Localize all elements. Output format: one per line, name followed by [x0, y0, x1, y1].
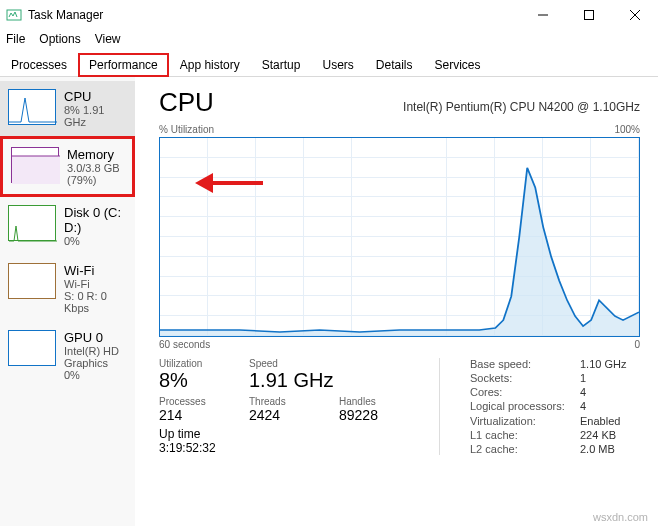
tabs-row: Processes Performance App history Startu…: [0, 52, 658, 77]
stat-thread-value: 2424: [249, 407, 319, 423]
tab-services[interactable]: Services: [424, 53, 492, 77]
main-panel: CPU Intel(R) Pentium(R) CPU N4200 @ 1.10…: [135, 77, 658, 526]
svg-marker-8: [195, 173, 213, 193]
sidebar-wifi-sub2: S: 0 R: 0 Kbps: [64, 290, 127, 314]
tab-performance[interactable]: Performance: [78, 53, 169, 77]
sidebar-gpu-sub2: 0%: [64, 369, 127, 381]
time-axis-left: 60 seconds: [159, 339, 210, 350]
rs-l1-value: 224 KB: [580, 429, 640, 441]
stats-right: Base speed:1.10 GHz Sockets:1 Cores:4 Lo…: [470, 358, 640, 455]
stat-util-value: 8%: [159, 369, 229, 392]
stat-util-label: Utilization: [159, 358, 229, 369]
svg-rect-2: [585, 10, 594, 19]
util-label: % Utilization: [159, 124, 214, 135]
window-buttons: [520, 0, 658, 30]
tab-app-history[interactable]: App history: [169, 53, 251, 77]
rs-l1-label: L1 cache:: [470, 429, 580, 441]
stat-proc-value: 214: [159, 407, 229, 423]
stat-uptime-value: 3:19:52:32: [159, 441, 409, 455]
sidebar-item-gpu[interactable]: GPU 0 Intel(R) HD Graphics 0%: [0, 322, 135, 389]
menu-options[interactable]: Options: [39, 32, 80, 46]
sidebar-cpu-sub: 8% 1.91 GHz: [64, 104, 127, 128]
sidebar: CPU 8% 1.91 GHz Memory 3.0/3.8 GB (79%) …: [0, 77, 135, 526]
rs-sockets-label: Sockets:: [470, 372, 580, 384]
menu-bar: File Options View: [0, 30, 658, 48]
tab-processes[interactable]: Processes: [0, 53, 78, 77]
sidebar-memory-sub: 3.0/3.8 GB (79%): [67, 162, 124, 186]
cpu-model: Intel(R) Pentium(R) CPU N4200 @ 1.10GHz: [403, 100, 640, 114]
stat-handle-value: 89228: [339, 407, 409, 423]
sidebar-disk-name: Disk 0 (C: D:): [64, 205, 127, 235]
sidebar-memory-name: Memory: [67, 147, 124, 162]
stat-speed-label: Speed: [249, 358, 333, 369]
stat-speed-value: 1.91 GHz: [249, 369, 333, 392]
stat-handle-label: Handles: [339, 396, 409, 407]
sidebar-wifi-name: Wi-Fi: [64, 263, 127, 278]
rs-sockets-value: 1: [580, 372, 640, 384]
max-label: 100%: [614, 124, 640, 135]
stat-proc-label: Processes: [159, 396, 229, 407]
disk-thumb-icon: [8, 205, 56, 241]
rs-l2-value: 2.0 MB: [580, 443, 640, 455]
menu-view[interactable]: View: [95, 32, 121, 46]
memory-thumb-icon: [11, 147, 59, 183]
page-title: CPU: [159, 87, 214, 118]
sidebar-item-wifi[interactable]: Wi-Fi Wi-Fi S: 0 R: 0 Kbps: [0, 255, 135, 322]
sidebar-item-memory[interactable]: Memory 3.0/3.8 GB (79%): [0, 136, 135, 197]
wifi-thumb-icon: [8, 263, 56, 299]
rs-base-value: 1.10 GHz: [580, 358, 640, 370]
svg-rect-5: [12, 156, 60, 184]
sidebar-wifi-sub1: Wi-Fi: [64, 278, 127, 290]
window-title: Task Manager: [28, 8, 103, 22]
tab-startup[interactable]: Startup: [251, 53, 312, 77]
app-icon: [6, 7, 22, 23]
stat-thread-label: Threads: [249, 396, 319, 407]
rs-cores-label: Cores:: [470, 386, 580, 398]
rs-l2-label: L2 cache:: [470, 443, 580, 455]
gpu-thumb-icon: [8, 330, 56, 366]
tab-details[interactable]: Details: [365, 53, 424, 77]
cpu-thumb-icon: [8, 89, 56, 125]
rs-logical-value: 4: [580, 400, 640, 412]
sidebar-disk-sub: 0%: [64, 235, 127, 247]
close-button[interactable]: [612, 0, 658, 30]
sidebar-gpu-name: GPU 0: [64, 330, 127, 345]
time-axis-right: 0: [634, 339, 640, 350]
sidebar-item-disk[interactable]: Disk 0 (C: D:) 0%: [0, 197, 135, 255]
sidebar-item-cpu[interactable]: CPU 8% 1.91 GHz: [0, 81, 135, 136]
rs-cores-value: 4: [580, 386, 640, 398]
tab-users[interactable]: Users: [311, 53, 364, 77]
sidebar-cpu-name: CPU: [64, 89, 127, 104]
sidebar-gpu-sub1: Intel(R) HD Graphics: [64, 345, 127, 369]
rs-logical-label: Logical processors:: [470, 400, 580, 412]
watermark: wsxdn.com: [593, 511, 648, 523]
rs-base-label: Base speed:: [470, 358, 580, 370]
title-bar: Task Manager: [0, 0, 658, 30]
annotation-arrow-icon: [195, 168, 265, 198]
menu-file[interactable]: File: [6, 32, 25, 46]
minimize-button[interactable]: [520, 0, 566, 30]
rs-virt-label: Virtualization:: [470, 415, 580, 427]
stat-uptime-label: Up time: [159, 427, 409, 441]
utilization-chart: [159, 137, 640, 337]
maximize-button[interactable]: [566, 0, 612, 30]
rs-virt-value: Enabled: [580, 415, 640, 427]
